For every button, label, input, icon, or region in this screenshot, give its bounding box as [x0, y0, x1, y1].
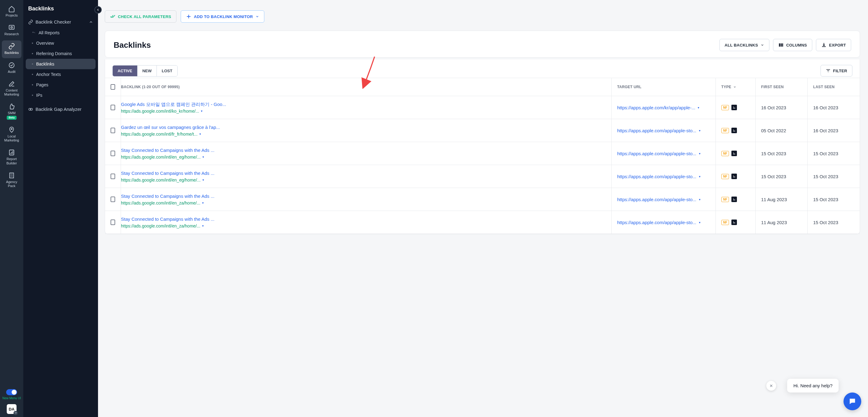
- all-backlinks-dropdown[interactable]: ALL BACKLINKS: [719, 39, 769, 51]
- table-row: Gardez un œil sur vos campagnes grâce à …: [105, 119, 860, 142]
- return-icon: [32, 31, 35, 35]
- svg-point-3: [11, 129, 12, 130]
- target-url-link[interactable]: https://apps.apple.com/app/apple-sto...: [617, 197, 696, 202]
- row-checkbox[interactable]: [111, 105, 115, 110]
- caret-down-icon[interactable]: ▾: [202, 201, 204, 204]
- caret-down-icon[interactable]: ▾: [203, 155, 204, 159]
- backlink-source-url[interactable]: https://ads.google.com/intl/en_eg/home/.…: [121, 155, 204, 160]
- backlink-title-link[interactable]: Stay Connected to Campaigns with the Ads…: [121, 193, 214, 199]
- backlink-title-link[interactable]: Stay Connected to Campaigns with the Ads…: [121, 147, 214, 153]
- chat-close-button[interactable]: [766, 381, 776, 391]
- chat-button[interactable]: [843, 392, 861, 410]
- toggle-label: New Menu UI: [2, 396, 21, 400]
- table-row: Stay Connected to Campaigns with the Ads…: [105, 188, 860, 211]
- th-type[interactable]: TYPE: [716, 78, 755, 96]
- rail-local[interactable]: Local Marketing: [2, 124, 22, 146]
- backlink-source-url[interactable]: https://ads.google.com/intl/en_eg/home/.…: [121, 178, 204, 183]
- backlink-title-link[interactable]: Stay Connected to Campaigns with the Ads…: [121, 170, 214, 177]
- check-circle-icon: [8, 62, 15, 69]
- target-cell: https://apps.apple.com/app/apple-sto...▾: [612, 188, 716, 211]
- backlink-title-link[interactable]: Gardez un œil sur vos campagnes grâce à …: [121, 124, 220, 130]
- target-url-link[interactable]: https://apps.apple.com/app/apple-sto...: [617, 151, 696, 156]
- columns-button[interactable]: COLUMNS: [773, 39, 812, 51]
- caret-down-icon[interactable]: ▾: [698, 106, 699, 109]
- target-url-link[interactable]: https://apps.apple.com/kr/app/apple-...: [617, 105, 695, 110]
- backlink-source-url[interactable]: https://ads.google.com/intl/en_za/home/.…: [121, 200, 204, 205]
- row-checkbox[interactable]: [111, 128, 115, 133]
- caret-down-icon[interactable]: ▾: [699, 129, 701, 132]
- th-first-seen[interactable]: FIRST SEEN: [755, 78, 808, 96]
- rail-label: Backlinks: [5, 51, 19, 55]
- caret-down-icon[interactable]: ▾: [203, 178, 204, 182]
- target-url-link[interactable]: https://apps.apple.com/app/apple-sto...: [617, 220, 696, 225]
- caret-down-icon[interactable]: ▾: [699, 198, 701, 201]
- chevron-left-icon: [96, 8, 100, 12]
- caret-down-icon[interactable]: ▾: [202, 224, 204, 227]
- sidebar-link-all-reports[interactable]: All Reports: [26, 28, 96, 38]
- backlink-title-link[interactable]: Google Ads 모바일 앱으로 캠페인 관리하기 - Goo...: [121, 101, 226, 107]
- caret-down-icon[interactable]: ▾: [699, 152, 701, 155]
- rail-content[interactable]: Content Marketing: [2, 78, 22, 99]
- caret-down-icon[interactable]: ▾: [199, 132, 201, 136]
- last-seen-cell: 16 Oct 2023: [808, 119, 860, 142]
- add-to-monitor-button[interactable]: ADD TO BACKLINK MONITOR: [181, 10, 264, 23]
- caret-down-icon[interactable]: ▾: [201, 109, 203, 113]
- sidebar-link-pages[interactable]: Pages: [26, 79, 96, 90]
- sidebar-link-referring[interactable]: Referring Domains: [26, 49, 96, 59]
- caret-down-icon[interactable]: ▾: [699, 221, 701, 224]
- target-url-link[interactable]: https://apps.apple.com/app/apple-sto...: [617, 128, 696, 133]
- rail-audit[interactable]: Audit: [2, 59, 22, 77]
- rail-backlinks[interactable]: Backlinks: [2, 40, 22, 58]
- sidebar-link-backlinks[interactable]: Backlinks: [26, 59, 96, 69]
- sidebar-link-overview[interactable]: Overview: [26, 38, 96, 49]
- chat-tooltip: Hi. Need any help?: [787, 379, 839, 392]
- last-seen-cell: 15 Oct 2023: [808, 188, 860, 211]
- tab-lost[interactable]: LOST: [157, 66, 177, 76]
- tab-bar: ACTIVE NEW LOST FILTER: [105, 59, 860, 78]
- sidebar-section-checker[interactable]: Backlink Checker: [26, 16, 96, 28]
- check-parameters-button[interactable]: CHECK ALL PARAMETERS: [105, 10, 177, 23]
- rail-projects[interactable]: Projects: [2, 3, 22, 21]
- th-target[interactable]: TARGET URL: [612, 78, 716, 96]
- rail-report[interactable]: Report Builder: [2, 147, 22, 168]
- sidebar-link-anchor[interactable]: Anchor Texts: [26, 69, 96, 79]
- caret-down-icon[interactable]: ▾: [699, 175, 701, 178]
- new-menu-toggle[interactable]: [6, 389, 17, 395]
- filter-button[interactable]: FILTER: [820, 65, 852, 76]
- collapse-sidebar-button[interactable]: [94, 6, 102, 13]
- last-seen-cell: 15 Oct 2023: [808, 165, 860, 188]
- row-checkbox[interactable]: [111, 220, 115, 225]
- target-url-link[interactable]: https://apps.apple.com/app/apple-sto...: [617, 174, 696, 179]
- rail-agency[interactable]: Agency Pack: [2, 170, 22, 191]
- backlink-source-url[interactable]: https://ads.google.com/intl/en_za/home/.…: [121, 224, 204, 228]
- rail-smm[interactable]: SMM Beta: [2, 101, 22, 123]
- rail-label: Report Builder: [2, 157, 22, 165]
- svg-point-14: [733, 153, 734, 153]
- download-icon: [821, 42, 827, 48]
- dot-icon: [32, 84, 33, 86]
- tab-active[interactable]: ACTIVE: [113, 66, 137, 76]
- th-backlink[interactable]: BACKLINK (1-20 OUT OF 99995): [121, 78, 612, 96]
- main-content: CHECK ALL PARAMETERS ADD TO BACKLINK MON…: [98, 0, 868, 234]
- select-all-checkbox[interactable]: [111, 84, 115, 90]
- first-seen-cell: 15 Oct 2023: [755, 142, 808, 165]
- backlink-title-link[interactable]: Stay Connected to Campaigns with the Ads…: [121, 216, 214, 222]
- th-last-seen[interactable]: LAST SEEN: [808, 78, 860, 96]
- avatar[interactable]: DA: [7, 404, 17, 414]
- home-icon: [8, 5, 15, 12]
- svg-point-17: [733, 221, 734, 222]
- rail-research[interactable]: Research: [2, 22, 22, 39]
- export-button[interactable]: EXPORT: [816, 39, 851, 51]
- row-checkbox-cell: [105, 142, 121, 165]
- tab-new[interactable]: NEW: [137, 66, 157, 76]
- sidebar-link-ips[interactable]: IPs: [26, 90, 96, 100]
- sidebar-section-gap[interactable]: Backlink Gap Analyzer: [26, 103, 96, 115]
- row-checkbox[interactable]: [111, 151, 115, 156]
- backlink-source-url[interactable]: https://ads.google.com/intl/fr_fr/home/t…: [121, 132, 201, 136]
- svg-point-1: [11, 27, 12, 29]
- row-checkbox[interactable]: [111, 173, 115, 179]
- rail-label: Local Marketing: [2, 134, 22, 142]
- toolbar: CHECK ALL PARAMETERS ADD TO BACKLINK MON…: [105, 0, 860, 31]
- row-checkbox[interactable]: [111, 197, 115, 202]
- backlink-source-url[interactable]: https://ads.google.com/intl/ko_kr/home/.…: [121, 109, 203, 114]
